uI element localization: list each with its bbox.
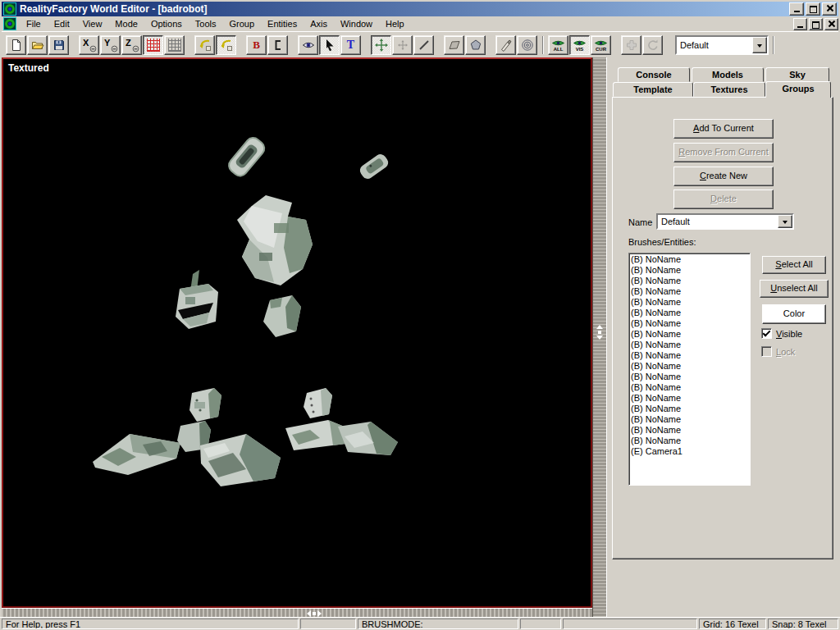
- menu-group[interactable]: Group: [223, 17, 262, 30]
- face-select-button[interactable]: [267, 35, 288, 55]
- list-item[interactable]: (B) NoName: [631, 254, 750, 265]
- group-name-combobox[interactable]: Default: [656, 213, 794, 230]
- line-tool-button[interactable]: [413, 35, 434, 55]
- menu-axis[interactable]: Axis: [304, 17, 334, 30]
- show-brush-button[interactable]: [298, 35, 318, 55]
- list-item[interactable]: (B) NoName: [631, 382, 750, 393]
- list-item[interactable]: (B) NoName: [631, 404, 750, 414]
- dropdown-button[interactable]: [752, 37, 767, 53]
- debris-left-wing[interactable]: [93, 434, 180, 475]
- spiral-button[interactable]: [517, 35, 537, 55]
- restore-button[interactable]: [806, 2, 820, 16]
- tab-models[interactable]: Models: [692, 67, 764, 82]
- dropdown-button[interactable]: [778, 215, 792, 228]
- mdi-close-button[interactable]: [824, 18, 838, 30]
- open-button[interactable]: [27, 35, 48, 55]
- save-button[interactable]: [48, 35, 69, 55]
- shear-button[interactable]: [444, 35, 464, 55]
- show-current-group-button[interactable]: CUR: [591, 35, 611, 55]
- menu-file[interactable]: File: [20, 17, 48, 30]
- list-item[interactable]: (B) NoName: [631, 340, 750, 350]
- add-to-current-button[interactable]: Add To Current: [673, 119, 774, 139]
- scale-button[interactable]: [392, 35, 413, 55]
- tab-groups[interactable]: Groups: [765, 81, 831, 98]
- z-lock-button[interactable]: Z: [121, 35, 142, 55]
- menu-entities[interactable]: Entities: [261, 17, 304, 30]
- horizontal-splitter[interactable]: [2, 608, 592, 617]
- debris-chunk[interactable]: [263, 295, 301, 337]
- menu-edit[interactable]: Edit: [48, 17, 76, 30]
- debris-arm-capsule[interactable]: [226, 135, 267, 179]
- tab-textures[interactable]: Textures: [693, 82, 765, 97]
- list-item[interactable]: (B) NoName: [631, 297, 750, 308]
- menu-tools[interactable]: Tools: [189, 17, 223, 30]
- list-item[interactable]: (B) NoName: [631, 318, 750, 329]
- menu-options[interactable]: Options: [144, 17, 189, 30]
- list-item[interactable]: (B) NoName: [631, 393, 750, 404]
- texture-group-combobox[interactable]: Default: [675, 35, 769, 55]
- viewport-canvas[interactable]: [3, 59, 591, 606]
- mdi-child-icon[interactable]: [3, 17, 16, 30]
- polygon-edit-button[interactable]: [465, 35, 486, 55]
- debris-right-wedge[interactable]: [338, 422, 398, 455]
- splitter-handle[interactable]: [595, 318, 605, 346]
- list-item[interactable]: (B) NoName: [631, 425, 750, 436]
- menu-help[interactable]: Help: [379, 17, 411, 30]
- y-lock-button[interactable]: Y: [100, 35, 121, 55]
- remove-from-current-button[interactable]: Remove From Current: [673, 143, 774, 162]
- show-all-groups-button[interactable]: ALL: [548, 35, 568, 55]
- splitter-handle[interactable]: [279, 609, 349, 617]
- list-item[interactable]: (B) NoName: [631, 265, 750, 276]
- show-visible-groups-button[interactable]: VIS: [569, 35, 590, 55]
- debris-right-box[interactable]: [304, 388, 332, 418]
- debris-right-flat[interactable]: [285, 420, 350, 450]
- debris-head[interactable]: [176, 270, 218, 329]
- list-item[interactable]: (B) NoName: [631, 286, 750, 297]
- app-icon[interactable]: [3, 2, 16, 16]
- select-all-button[interactable]: Select All: [762, 256, 826, 274]
- close-button[interactable]: [822, 2, 837, 16]
- minimize-button[interactable]: [789, 2, 804, 16]
- debris-small-capsule[interactable]: [358, 152, 390, 180]
- lock-checkbox[interactable]: [761, 346, 772, 357]
- menu-mode[interactable]: Mode: [108, 17, 144, 30]
- knife-button[interactable]: [495, 35, 516, 55]
- vertical-splitter[interactable]: [592, 57, 607, 617]
- 3d-viewport[interactable]: Textured: [2, 57, 592, 608]
- list-item[interactable]: (B) NoName: [631, 329, 750, 340]
- create-new-button[interactable]: Create New: [673, 167, 774, 186]
- menu-view[interactable]: View: [76, 17, 109, 30]
- list-item[interactable]: (B) NoName: [631, 350, 750, 361]
- template-place-button[interactable]: [194, 35, 215, 55]
- csg-subtract-button[interactable]: [642, 35, 663, 55]
- pointer-button[interactable]: [319, 35, 340, 55]
- grid-snap-button[interactable]: [143, 35, 163, 55]
- list-item[interactable]: (B) NoName: [631, 276, 750, 286]
- debris-box-1[interactable]: [189, 388, 221, 422]
- tab-console[interactable]: Console: [618, 67, 690, 82]
- tab-sky[interactable]: Sky: [765, 67, 829, 82]
- debris-torso[interactable]: [237, 195, 313, 285]
- unselect-all-button[interactable]: Unselect All: [760, 280, 829, 298]
- list-item[interactable]: (B) NoName: [631, 436, 750, 446]
- grid-button[interactable]: [164, 35, 185, 55]
- brush-mode-button[interactable]: B: [246, 35, 267, 55]
- delete-button[interactable]: Delete: [673, 189, 774, 209]
- debris-center-wedge[interactable]: [200, 434, 281, 486]
- x-lock-button[interactable]: X: [79, 35, 99, 55]
- list-item[interactable]: (B) NoName: [631, 308, 750, 318]
- color-button[interactable]: Color: [762, 304, 826, 324]
- template-clone-button[interactable]: [216, 35, 236, 55]
- menu-window[interactable]: Window: [334, 17, 379, 30]
- move-rotate-button[interactable]: [371, 35, 391, 55]
- brushes-entities-listbox[interactable]: (B) NoName(B) NoName(B) NoName(B) NoName…: [628, 253, 751, 486]
- list-item[interactable]: (B) NoName: [631, 414, 750, 425]
- csg-add-button[interactable]: [621, 35, 641, 55]
- list-item[interactable]: (B) NoName: [631, 361, 750, 372]
- list-item[interactable]: (B) NoName: [631, 372, 750, 382]
- mdi-minimize-button[interactable]: [793, 18, 807, 30]
- visible-checkbox[interactable]: [761, 328, 772, 339]
- text-tool-button[interactable]: T: [340, 35, 361, 55]
- new-button[interactable]: [6, 35, 26, 55]
- list-item[interactable]: (E) Camera1: [631, 446, 750, 457]
